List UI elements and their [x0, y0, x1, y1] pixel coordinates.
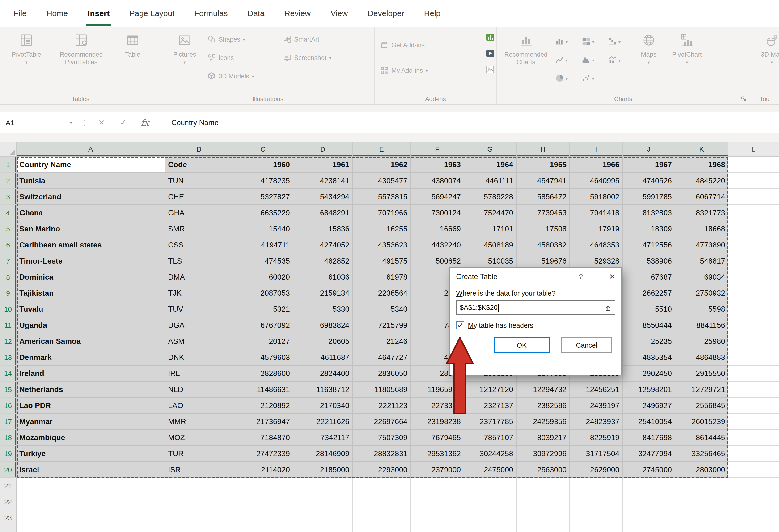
- cell-E12[interactable]: 21246: [353, 334, 411, 350]
- cell-I23[interactable]: [570, 510, 623, 526]
- cell-J8[interactable]: 67687: [623, 269, 675, 285]
- cell-B12[interactable]: ASM: [165, 334, 233, 350]
- cell-L23[interactable]: [728, 510, 779, 526]
- cell-G23[interactable]: [464, 510, 517, 526]
- cell-K11[interactable]: 8841156: [675, 317, 728, 334]
- row-header-16[interactable]: 16: [0, 398, 16, 414]
- cell-L14[interactable]: [728, 365, 779, 381]
- column-header-H[interactable]: H: [517, 142, 570, 157]
- dialog-help-button[interactable]: ?: [579, 273, 583, 281]
- cell-F1[interactable]: 1963: [411, 157, 464, 173]
- cell-B16[interactable]: LAO: [165, 398, 233, 414]
- cell-D12[interactable]: 20605: [293, 334, 353, 350]
- cell-L13[interactable]: [728, 350, 779, 365]
- cell-K8[interactable]: 69034: [675, 269, 728, 285]
- cell-G19[interactable]: 30244258: [464, 446, 517, 462]
- cell-H18[interactable]: 8039217: [517, 430, 570, 446]
- cell-E7[interactable]: 491575: [353, 253, 411, 269]
- formula-content[interactable]: Country Name: [164, 112, 219, 133]
- cell-D9[interactable]: 2159134: [293, 285, 353, 301]
- cell-D18[interactable]: 7342117: [293, 430, 353, 446]
- cell-K4[interactable]: 8321773: [675, 205, 728, 221]
- column-header-L[interactable]: L: [728, 142, 779, 157]
- tab-insert[interactable]: Insert: [78, 0, 120, 27]
- cell-D10[interactable]: 5330: [293, 301, 353, 317]
- cell-C2[interactable]: 4178235: [233, 173, 293, 189]
- cell-K10[interactable]: 5598: [675, 301, 728, 317]
- cell-A14[interactable]: Ireland: [16, 365, 165, 381]
- cell-B5[interactable]: SMR: [165, 221, 233, 237]
- cell-F3[interactable]: 5694247: [411, 189, 464, 205]
- cell-H16[interactable]: 2382586: [517, 398, 570, 414]
- column-header-K[interactable]: K: [675, 142, 728, 157]
- cell-J23[interactable]: [623, 510, 675, 526]
- cell-C12[interactable]: 20127: [233, 334, 293, 350]
- cell-D15[interactable]: 11638712: [293, 381, 353, 398]
- cell-B4[interactable]: GHA: [165, 205, 233, 221]
- row-header-15[interactable]: 15: [0, 381, 16, 398]
- cell-C23[interactable]: [233, 510, 293, 526]
- cell-A24[interactable]: [16, 526, 165, 532]
- cell-B15[interactable]: NLD: [165, 381, 233, 398]
- cell-A19[interactable]: Turkiye: [16, 446, 165, 462]
- cell-K18[interactable]: 8614445: [675, 430, 728, 446]
- cell-J22[interactable]: [623, 494, 675, 510]
- row-header-23[interactable]: 23: [0, 510, 16, 526]
- cell-L19[interactable]: [728, 446, 779, 462]
- cell-L15[interactable]: [728, 381, 779, 398]
- cell-A2[interactable]: Tunisia: [16, 173, 165, 189]
- cell-A11[interactable]: Uganda: [16, 317, 165, 334]
- cell-F21[interactable]: [411, 478, 464, 494]
- cell-L11[interactable]: [728, 317, 779, 334]
- insert-waterfall-chart-button[interactable]: ▾: [605, 37, 632, 46]
- cell-H19[interactable]: 30972996: [517, 446, 570, 462]
- cell-D13[interactable]: 4611687: [293, 350, 353, 365]
- 3d-map-button[interactable]: 3D Map ▾: [753, 28, 779, 94]
- row-header-8[interactable]: 8: [0, 269, 16, 285]
- insert-pie-chart-button[interactable]: ▾: [552, 74, 579, 83]
- cell-L1[interactable]: [728, 157, 779, 173]
- row-header-17[interactable]: 17: [0, 414, 16, 430]
- headers-checkbox-label[interactable]: My table has headers: [468, 321, 533, 329]
- row-header-4[interactable]: 4: [0, 205, 16, 221]
- cell-B23[interactable]: [165, 510, 233, 526]
- cell-B24[interactable]: [165, 526, 233, 532]
- recommended-pivottables-button[interactable]: Recommended PivotTables: [50, 28, 112, 94]
- cell-L16[interactable]: [728, 398, 779, 414]
- cell-K15[interactable]: 12729721: [675, 381, 728, 398]
- column-header-A[interactable]: A: [16, 142, 165, 157]
- cell-L7[interactable]: [728, 253, 779, 269]
- insert-function-button[interactable]: fx: [134, 112, 156, 133]
- cell-G20[interactable]: 2475000: [464, 462, 517, 478]
- cell-E19[interactable]: 28832831: [353, 446, 411, 462]
- cell-L22[interactable]: [728, 494, 779, 510]
- cell-D14[interactable]: 2824400: [293, 365, 353, 381]
- cell-D3[interactable]: 5434294: [293, 189, 353, 205]
- ok-button[interactable]: OK: [494, 337, 549, 353]
- cell-C10[interactable]: 5321: [233, 301, 293, 317]
- cell-F17[interactable]: 23198238: [411, 414, 464, 430]
- cell-E11[interactable]: 7215799: [353, 317, 411, 334]
- cell-E24[interactable]: [353, 526, 411, 532]
- cell-B20[interactable]: ISR: [165, 462, 233, 478]
- cell-L12[interactable]: [728, 334, 779, 350]
- dialog-title-bar[interactable]: Create Table ? ✕: [450, 268, 621, 285]
- cell-A4[interactable]: Ghana: [16, 205, 165, 221]
- row-header-5[interactable]: 5: [0, 221, 16, 237]
- cell-B10[interactable]: TUV: [165, 301, 233, 317]
- cell-K6[interactable]: 4773890: [675, 237, 728, 253]
- cell-H17[interactable]: 24259356: [517, 414, 570, 430]
- cell-K24[interactable]: [675, 526, 728, 532]
- cell-B2[interactable]: TUN: [165, 173, 233, 189]
- cell-A1[interactable]: Country Name: [16, 157, 165, 173]
- cell-D7[interactable]: 482852: [293, 253, 353, 269]
- cell-E10[interactable]: 5340: [353, 301, 411, 317]
- 3d-models-button[interactable]: 3D Models ▾: [205, 70, 281, 82]
- smartart-button[interactable]: SmartArt: [281, 33, 361, 45]
- row-header-1[interactable]: 1: [0, 157, 16, 173]
- cell-E21[interactable]: [353, 478, 411, 494]
- cell-F2[interactable]: 4380074: [411, 173, 464, 189]
- cell-H5[interactable]: 17508: [517, 221, 570, 237]
- cell-L20[interactable]: [728, 462, 779, 478]
- cell-F20[interactable]: 2379000: [411, 462, 464, 478]
